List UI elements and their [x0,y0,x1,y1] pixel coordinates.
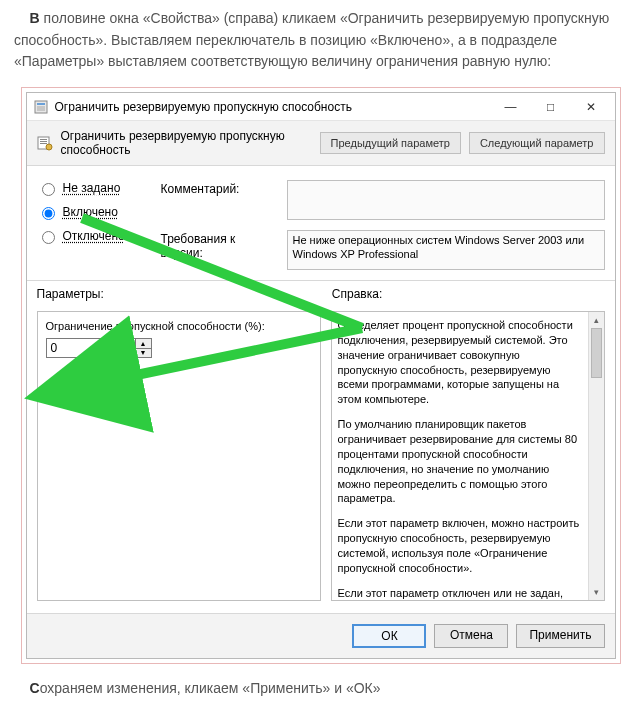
state-radios: Не задано Включено Отключено [37,180,147,270]
scroll-down-icon[interactable]: ▾ [589,584,604,600]
maximize-button[interactable]: □ [531,96,571,118]
prev-setting-button[interactable]: Предыдущий параметр [320,132,461,154]
intro-paragraph: В половине окна «Свойства» (справа) клик… [14,8,627,73]
dialog-footer: ОК Отмена Применить [27,613,615,658]
policy-subtitle: Ограничить резервируемую пропускную спос… [61,129,312,157]
sub-header: Ограничить резервируемую пропускную спос… [27,121,615,166]
radio-enabled-input[interactable] [42,207,55,220]
bandwidth-stepper[interactable]: ▲ ▼ [46,338,312,358]
svg-rect-6 [40,143,47,144]
help-p2: По умолчанию планировщик пакетов огранич… [338,417,580,506]
scroll-thumb[interactable] [591,328,602,378]
radio-disabled-input[interactable] [42,231,55,244]
requirements-box: Не ниже операционных систем Windows Serv… [287,230,605,270]
section-labels: Параметры: Справка: [27,281,615,305]
scroll-up-icon[interactable]: ▴ [589,312,604,328]
comment-label: Комментарий: [161,180,281,196]
params-heading: Параметры: [37,287,332,301]
upper-section: Не задано Включено Отключено Комментарий… [27,166,615,281]
help-scrollbar[interactable]: ▴ ▾ [588,312,604,600]
radio-enabled[interactable]: Включено [37,204,147,220]
spin-down-icon[interactable]: ▼ [136,349,151,358]
radio-disabled[interactable]: Отключено [37,228,147,244]
gpedit-window: Ограничить резервируемую пропускную спос… [26,92,616,659]
meta-grid: Комментарий: Требования к версии: Не ниж… [161,180,605,270]
bandwidth-input[interactable] [46,338,136,358]
close-button[interactable]: ✕ [571,96,611,118]
help-p1: Определяет процент пропускной способност… [338,318,580,407]
spin-up-icon[interactable]: ▲ [136,339,151,349]
svg-rect-5 [40,141,47,142]
screenshot-frame: Ограничить резервируемую пропускную спос… [21,87,621,664]
svg-rect-2 [37,106,45,111]
spin-buttons[interactable]: ▲ ▼ [136,338,152,358]
lower-section: Ограничение пропускной способности (%): … [27,305,615,613]
outro-text: охраняем изменения, кликаем «Применить» … [40,680,381,696]
cancel-button[interactable]: Отмена [434,624,508,648]
svg-point-7 [46,144,52,150]
help-p4: Если этот параметр отключен или не задан… [338,586,580,602]
help-panel: Определяет процент пропускной способност… [331,311,605,601]
titlebar: Ограничить резервируемую пропускную спос… [27,93,615,121]
radio-not-set-input[interactable] [42,183,55,196]
apply-button[interactable]: Применить [516,624,604,648]
param-label: Ограничение пропускной способности (%): [46,320,312,332]
help-heading: Справка: [332,287,605,301]
window-title: Ограничить резервируемую пропускную спос… [49,100,491,114]
comment-box[interactable] [287,180,605,220]
app-icon [33,99,49,115]
svg-rect-4 [40,139,47,140]
policy-icon [37,135,53,151]
requirements-label: Требования к версии: [161,230,281,260]
ok-button[interactable]: ОК [352,624,426,648]
outro-paragraph: Сохраняем изменения, кликаем «Применить»… [14,678,627,700]
next-setting-button[interactable]: Следующий параметр [469,132,605,154]
intro-text: половине окна «Свойства» (справа) кликае… [14,10,609,69]
outro-bold: С [30,680,40,696]
help-p3: Если этот параметр включен, можно настро… [338,516,580,575]
radio-not-set[interactable]: Не задано [37,180,147,196]
intro-bold: В [30,10,40,26]
minimize-button[interactable]: — [491,96,531,118]
svg-rect-1 [37,103,45,105]
params-panel: Ограничение пропускной способности (%): … [37,311,321,601]
